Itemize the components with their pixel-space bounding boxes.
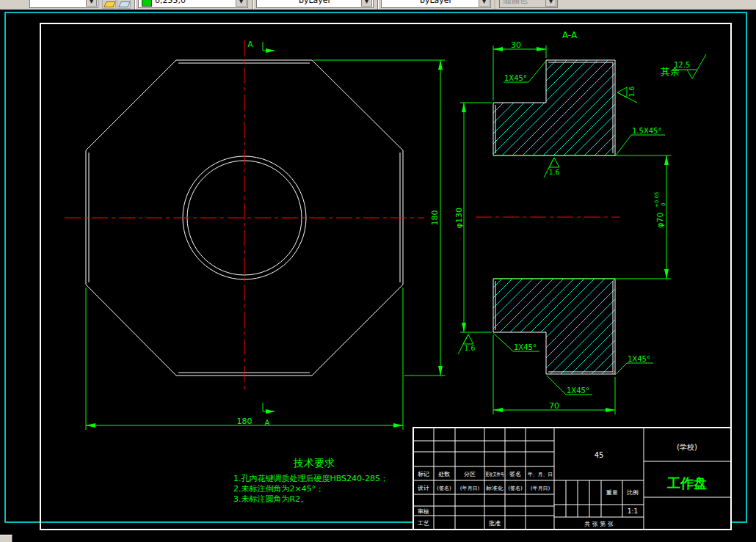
dim-height-text: 180 [430,210,440,226]
tb-label-date: 年、月、日 [528,472,553,477]
roughness-general-value: 12.5 [674,61,690,69]
tech-req-item: 1.孔内花键调质处理后硬度HBS240-285； [233,474,388,483]
chamfer-label-bore: 1.5X45° [632,127,661,135]
roughness-value: 1.6 [465,345,476,352]
tech-req-title: 技术要求 [293,457,335,469]
bore-tol-upper: +0.05 [654,192,660,208]
section-title: A-A [562,30,578,40]
tb-label-count: 处数 [438,471,450,477]
tech-req-item: 3.未标注圆角为R2。 [233,494,308,504]
tb-label-standardize: 标准化 [485,486,504,491]
tb-label-process: 工艺 [418,520,429,527]
tb-label-weight: 重量 [606,489,618,496]
chamfer-label-plate-bottom-left: 1X45° [567,387,589,395]
tech-req-item: 2.未标注倒角为2×45°； [233,484,324,494]
dim-outer-dia-text: φ130 [454,208,464,228]
roughness-value: 1.6 [549,169,560,176]
chamfer-label-hub-bottom: 1X45° [514,343,537,351]
bore-tol-lower: 0 [661,203,666,206]
tb-label-design: 设计 [418,485,429,491]
tb-label-change-doc: 更改文件号 [485,471,504,477]
school-name: (学校) [677,443,697,451]
chamfer-label-plate-bottom-right: 1X45° [628,355,650,363]
cut-label-top: A [248,40,253,48]
tb-label-date-placeholder: (年月日) [460,486,480,491]
part-name: 工作盘 [666,475,707,491]
drawing-canvas[interactable]: 180 180 A A [0,0,756,542]
dim-bore-dia-text: φ70 [655,212,665,227]
roughness-value: 1.6 [628,87,636,98]
title-block: 45 (学校) 工作盘 标记 处数 分区 更改文件号 签名 年、月、日 设计 (… [413,428,731,530]
tb-scale-value: 1:1 [628,508,638,515]
dim-total-thickness-text: 70 [549,401,559,411]
tb-label-audit: 审核 [418,508,429,515]
dim-hub-thickness-text: 30 [511,40,521,50]
tb-label-mark: 标记 [418,471,429,477]
tb-label-zone: 分区 [464,471,476,477]
cad-application-window: ▼ 0,255,0 ▼ byLayer ▼ byLayer ▼ 随颜色 ▼ [0,0,756,542]
tb-label-signature: 签名 [509,471,521,477]
tb-label-sig-placeholder: (签名) [437,486,451,491]
dim-width-text: 180 [237,417,252,426]
material-value: 45 [595,451,604,459]
cut-label-bottom: A [265,419,270,427]
tb-label-date-placeholder: (年月日) [531,486,550,491]
tb-sheets: 共 张 第 张 [584,521,614,527]
layout-tab-stub[interactable] [0,535,12,542]
tb-label-scale: 比例 [627,489,639,496]
tb-label-approve: 批准 [489,520,501,527]
tb-label-sig-placeholder: (签名) [508,486,523,491]
chamfer-label-top: 1X45° [504,74,527,82]
